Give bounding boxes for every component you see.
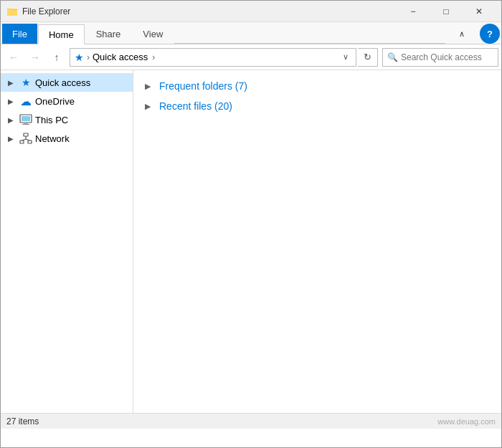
quick-access-icon: ★ [19,76,32,89]
svg-rect-7 [20,140,24,143]
sidebar-label-this-pc: This PC [35,115,68,125]
help-button[interactable]: ? [480,24,500,44]
title-bar: File Explorer − □ ✕ [1,1,501,22]
refresh-button[interactable]: ↻ [358,48,378,67]
close-button[interactable]: ✕ [463,1,496,22]
ribbon-tab-bar: File Home Share View ∧ ? [1,22,501,44]
maximize-button[interactable]: □ [430,1,463,22]
search-input[interactable] [401,52,493,62]
address-path: Quick access [93,52,148,62]
expand-arrow-network: ▶ [5,133,16,144]
expand-arrow-this-pc: ▶ [5,114,16,125]
app-icon [6,6,18,17]
recent-files-label: Recent files (20) [159,100,232,112]
this-pc-icon [19,113,32,126]
svg-rect-3 [22,116,30,121]
ribbon-collapse-button[interactable]: ∧ [445,24,478,44]
list-item-frequent-folders[interactable]: ▶ Frequent folders (7) [133,76,501,96]
expand-arrow-quick-access: ▶ [5,77,16,88]
sidebar-item-network[interactable]: ▶ Network [1,129,133,148]
main-layout: ▶ ★ Quick access ▶ ☁ OneDrive ▶ This PC … [1,70,501,413]
onedrive-icon: ☁ [19,95,32,108]
content-expand-arrow-recent: ▶ [145,102,155,111]
svg-rect-5 [22,124,29,125]
ribbon: File Home Share View ∧ ? [1,22,501,44]
sidebar-item-quick-access[interactable]: ▶ ★ Quick access [1,73,133,92]
window-title: File Explorer [22,6,397,16]
svg-rect-6 [24,133,28,136]
up-button[interactable]: ↑ [47,47,67,67]
address-separator: › [87,52,90,62]
item-count: 27 items [6,416,39,426]
address-star-icon: ★ [75,52,84,63]
frequent-folders-label: Frequent folders (7) [159,80,247,92]
forward-button[interactable]: → [25,47,45,67]
sidebar: ▶ ★ Quick access ▶ ☁ OneDrive ▶ This PC … [1,70,133,413]
content-area: ▶ Frequent folders (7) ▶ Recent files (2… [133,70,501,413]
search-icon: 🔍 [387,52,398,62]
address-bar[interactable]: ★ › Quick access › ∨ [70,48,356,67]
tab-file[interactable]: File [2,24,37,44]
tab-view[interactable]: View [132,24,174,44]
sidebar-label-onedrive: OneDrive [35,96,75,107]
sidebar-item-onedrive[interactable]: ▶ ☁ OneDrive [1,92,133,110]
tab-share[interactable]: Share [85,24,132,44]
expand-arrow-onedrive: ▶ [5,95,16,107]
address-separator-2: › [152,52,155,62]
network-icon [19,132,32,145]
minimize-button[interactable]: − [397,1,430,22]
content-expand-arrow-frequent: ▶ [145,82,155,91]
window-controls: − □ ✕ [397,1,496,22]
list-item-recent-files[interactable]: ▶ Recent files (20) [133,96,501,116]
search-box: 🔍 [382,48,498,67]
svg-rect-8 [28,140,32,143]
watermark-text: www.deuag.com [437,417,496,426]
sidebar-label-network: Network [35,133,70,144]
sidebar-label-quick-access: Quick access [35,77,90,88]
status-bar: 27 items www.deuag.com [1,413,501,429]
sidebar-item-this-pc[interactable]: ▶ This PC [1,110,133,129]
address-dropdown-button[interactable]: ∨ [340,51,351,63]
svg-rect-4 [24,123,28,124]
tab-home[interactable]: Home [38,24,85,44]
toolbar: ← → ↑ ★ › Quick access › ∨ ↻ 🔍 [1,44,501,70]
back-button[interactable]: ← [4,47,24,67]
